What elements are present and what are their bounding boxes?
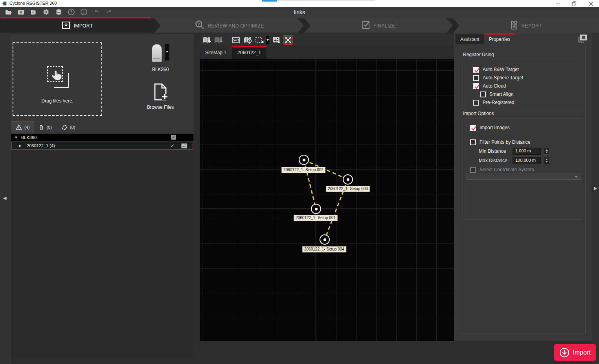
min-distance-input[interactable]: 1.000 m — [513, 148, 541, 155]
setup-node-003[interactable] — [343, 174, 353, 185]
option-label: Auto Cloud — [483, 83, 506, 89]
finalize-clipboard-icon — [362, 20, 370, 31]
setup-label-002[interactable]: 2060122_1- Setup 002 — [281, 167, 325, 173]
stage-report[interactable]: REPORT — [453, 18, 599, 33]
properties-content-box: Register Using Auto B&W Target Auto Sphe… — [459, 46, 586, 333]
tree-child-label: 2060122_1 (4) — [27, 143, 55, 148]
links-tool-icon[interactable] — [283, 35, 293, 45]
max-distance-input[interactable]: 100.000 m — [513, 157, 541, 164]
checkbox-unchecked-icon[interactable] — [473, 100, 479, 106]
tab-2060122-1[interactable]: 2060122_1 — [232, 46, 266, 59]
min-distance-row: Min Distance 1.000 m — [479, 148, 549, 155]
option-select-coordinate-system[interactable]: Select Coordinate System — [470, 166, 534, 173]
option-auto-sphere-target[interactable]: Auto Sphere Target — [473, 75, 523, 81]
right-panel-tabs: Assistant Properties — [456, 34, 515, 44]
stage-label: REVIEW AND OPTIMIZE — [208, 23, 264, 29]
image-pair-icon[interactable] — [231, 35, 241, 45]
checkbox-checked-icon[interactable] — [473, 83, 479, 89]
import-list-tabs: (4) (0) (0) — [11, 121, 194, 134]
remove-sitemap-icon[interactable] — [213, 35, 223, 45]
close-button[interactable] — [588, 1, 593, 6]
checkbox-checked-icon[interactable] — [473, 67, 479, 73]
add-sitemap-icon[interactable] — [202, 35, 211, 45]
minimize-button[interactable] — [555, 1, 560, 6]
tab-label: Properties — [489, 37, 511, 42]
tab-setups-cluster[interactable]: (0) — [57, 121, 80, 134]
tree-row-2060122[interactable]: ▶ 2060122_1 (4) ✓ — [11, 142, 193, 150]
option-pre-registered[interactable]: Pre-Registered — [473, 99, 514, 106]
register-using-group: Auto B&W Target Auto Sphere Target Auto … — [463, 60, 582, 112]
expand-right-panel-arrow[interactable]: ▶ — [594, 186, 597, 191]
option-import-images[interactable]: Import Images — [470, 124, 510, 131]
min-distance-label: Min Distance — [479, 148, 509, 154]
setup-node-002[interactable] — [299, 155, 309, 165]
import-options-group: Import Images Filter Points by Distance … — [463, 119, 582, 220]
drag-drop-zone[interactable]: Drag files here. — [13, 42, 102, 116]
checkbox-unchecked-icon[interactable] — [473, 75, 479, 81]
sitemap-tab-bar: SiteMap 1 2060122_1 — [200, 46, 454, 59]
tab-attachments[interactable]: (0) — [34, 121, 56, 134]
checkbox-unchecked-icon[interactable] — [470, 139, 476, 145]
tab-assistant[interactable]: Assistant — [456, 34, 484, 44]
option-label: Auto Sphere Target — [483, 75, 523, 80]
option-auto-cloud[interactable]: Auto Cloud — [473, 83, 506, 89]
setup-node-001[interactable] — [311, 204, 321, 214]
max-distance-row: Max Distance 100.000 m — [479, 157, 549, 164]
option-auto-bw-target[interactable]: Auto B&W Target — [473, 66, 519, 73]
window-title: Cyclone REGISTER 360 — [9, 1, 57, 5]
checkbox-checked-icon[interactable] — [470, 125, 476, 131]
blk360-source[interactable]: BLK360 — [129, 44, 192, 72]
caret-down-icon[interactable]: ▼ — [11, 135, 21, 139]
import-image-icon[interactable] — [272, 35, 281, 45]
bottom-strip — [194, 341, 454, 364]
browse-files-button[interactable]: Browse Files — [129, 83, 192, 110]
thumbnail-icon[interactable] — [181, 143, 187, 149]
toolbar-separator — [227, 36, 227, 44]
min-distance-stepper[interactable] — [544, 148, 549, 155]
option-filter-points[interactable]: Filter Points by Distance — [470, 139, 530, 145]
stage-import[interactable]: IMPORT — [0, 18, 154, 33]
max-distance-stepper[interactable] — [544, 157, 549, 164]
import-options-title: Import Options — [463, 111, 494, 116]
restore-button[interactable] — [571, 1, 577, 6]
project-title: links — [0, 9, 599, 15]
collapse-left-panel-arrow[interactable]: ◀ — [3, 196, 6, 201]
checkbox-unchecked-icon[interactable] — [480, 91, 486, 97]
background-window-accent — [262, 0, 277, 2]
download-circle-icon — [559, 348, 570, 358]
tree-root-checkbox[interactable]: ✓ — [171, 135, 176, 140]
setup-label-001[interactable]: 2060122_1- Setup 001 — [294, 215, 338, 221]
checkbox-disabled-icon[interactable] — [470, 167, 476, 173]
tree-child-checkmark[interactable]: ✓ — [171, 143, 175, 148]
drag-hand-icon — [47, 66, 69, 88]
caret-right-icon[interactable]: ▶ — [19, 144, 27, 148]
setup-node-004[interactable] — [320, 234, 330, 245]
layout-windows-icon[interactable] — [577, 33, 588, 44]
report-document-icon — [510, 20, 518, 31]
selection-icon[interactable] — [255, 35, 264, 45]
blk360-label: BLK360 — [129, 67, 192, 72]
setup-label-003[interactable]: 2060122_1- Setup 003 — [326, 186, 370, 192]
tab-properties[interactable]: Properties — [484, 34, 515, 44]
stage-finalize[interactable]: FINALIZE — [304, 18, 453, 33]
selection-dropdown[interactable] — [266, 36, 269, 44]
tab-sitemap-1[interactable]: SiteMap 1 — [200, 46, 232, 59]
register-using-title: Register Using — [463, 52, 494, 57]
tab-warnings[interactable]: (4) — [11, 121, 34, 134]
tab-label: 2060122_1 — [237, 50, 261, 55]
cyclone-register-360-window: Cyclone REGISTER 360 — [0, 0, 599, 364]
option-label: Auto B&W Target — [483, 67, 519, 72]
blk360-dropdown[interactable] — [165, 44, 169, 60]
main-toolbar: ? i links — [0, 7, 599, 18]
import-button[interactable]: Import — [554, 344, 596, 361]
tree-row-blk360[interactable]: ▼ BLK360 ✓ — [11, 134, 193, 141]
sitemap-canvas[interactable]: 2060122_1- Setup 002 2060122_1- Setup 00… — [200, 59, 454, 341]
coordinate-system-dropdown[interactable] — [467, 173, 581, 180]
option-label: Import Images — [480, 125, 510, 130]
setup-label-004[interactable]: 2060122_1- Setup 004 — [302, 246, 346, 252]
paperclip-icon — [39, 124, 44, 130]
option-smart-align[interactable]: Smart Align — [480, 91, 513, 97]
stage-review-and-optimize[interactable]: REVIEW AND OPTIMIZE — [154, 18, 304, 33]
import-source-panel: Drag files here. BLK360 Browse Files (4) — [11, 34, 194, 358]
map-pin-icon[interactable] — [243, 35, 252, 45]
